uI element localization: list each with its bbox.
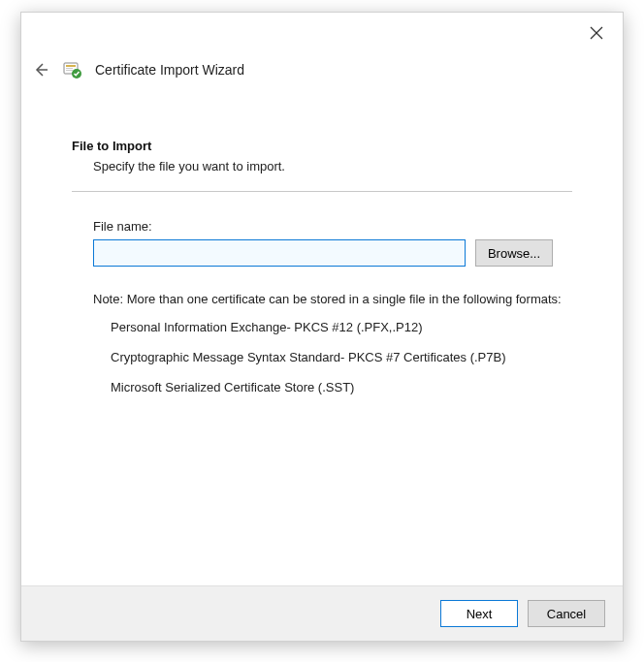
- wizard-content: File to Import Specify the file you want…: [21, 88, 623, 585]
- file-row: Browse...: [93, 239, 572, 267]
- wizard-footer: Next Cancel: [21, 585, 623, 641]
- wizard-title: Certificate Import Wizard: [95, 62, 244, 78]
- note-text: Note: More than one certificate can be s…: [93, 292, 572, 306]
- next-button[interactable]: Next: [440, 600, 518, 627]
- wizard-window: Certificate Import Wizard File to Import…: [20, 12, 624, 642]
- format-item: Personal Information Exchange- PKCS #12 …: [111, 320, 572, 334]
- browse-button[interactable]: Browse...: [475, 239, 553, 267]
- back-arrow-icon: [33, 62, 48, 78]
- close-icon: [590, 26, 603, 40]
- certificate-icon: [62, 59, 83, 80]
- svg-rect-6: [66, 70, 73, 71]
- divider: [72, 191, 572, 192]
- section-subtext: Specify the file you want to import.: [72, 159, 572, 173]
- format-item: Microsoft Serialized Certificate Store (…: [111, 380, 572, 394]
- back-button[interactable]: [33, 61, 50, 79]
- svg-rect-5: [66, 68, 73, 69]
- file-field-block: File name: Browse... Note: More than one…: [72, 219, 572, 394]
- filename-input[interactable]: [93, 239, 466, 267]
- format-list: Personal Information Exchange- PKCS #12 …: [93, 320, 572, 394]
- filename-label: File name:: [93, 219, 572, 234]
- section-heading: File to Import: [72, 139, 572, 153]
- wizard-header: Certificate Import Wizard: [21, 13, 623, 88]
- close-button[interactable]: [590, 26, 609, 46]
- svg-rect-4: [66, 65, 76, 67]
- cancel-button[interactable]: Cancel: [528, 600, 605, 627]
- format-item: Cryptographic Message Syntax Standard- P…: [111, 350, 572, 364]
